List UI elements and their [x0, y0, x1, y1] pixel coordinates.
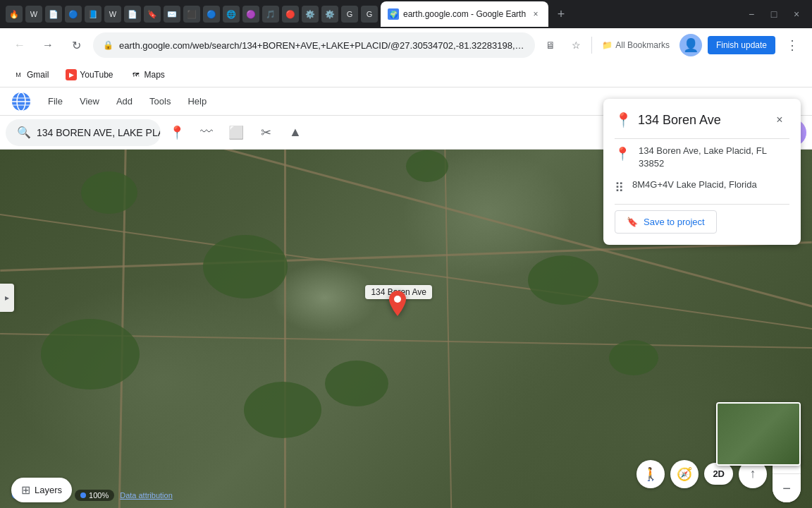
all-bookmarks-label: All Bookmarks	[615, 40, 670, 50]
youtube-label: YouTube	[80, 70, 113, 80]
browser-tab[interactable]: G	[341, 6, 358, 23]
road-vertical-2	[284, 87, 286, 508]
gmail-label: Gmail	[27, 70, 49, 80]
bookmark-youtube[interactable]: ▶ YouTube	[61, 66, 117, 83]
browser-tab[interactable]: G	[361, 6, 378, 23]
browser-tab[interactable]: 🟣	[242, 6, 259, 23]
cast-button[interactable]: 🖥	[541, 35, 560, 55]
browser-tab[interactable]: ⚙️	[321, 6, 338, 23]
browser-tab[interactable]: 🔵	[65, 6, 82, 23]
menu-tools[interactable]: Tools	[141, 90, 179, 112]
info-panel-close-button[interactable]: ×	[770, 110, 789, 130]
layers-label: Layers	[35, 485, 62, 495]
close-window-button[interactable]: ×	[787, 4, 806, 24]
collapse-toolbar-button[interactable]: ▲	[282, 119, 309, 146]
ge-logo	[11, 92, 31, 111]
search-input[interactable]	[37, 127, 160, 138]
left-panel-toggle[interactable]: ▸	[0, 284, 14, 312]
data-attribution-link[interactable]: Data attribution	[120, 491, 173, 500]
vegetation-patch	[325, 361, 388, 406]
pegman-button[interactable]: 🚶	[636, 460, 665, 488]
zoom-out-button[interactable]: −	[773, 474, 801, 502]
bookmark-maps[interactable]: 🗺 Maps	[126, 66, 169, 83]
more-options-button[interactable]: ⋮	[781, 34, 804, 56]
bookmarks-folder-icon: 📁	[602, 40, 613, 50]
save-button-label: Save to project	[644, 217, 705, 227]
tab-close-button[interactable]: ×	[530, 8, 541, 20]
all-bookmarks-button[interactable]: 📁 All Bookmarks	[598, 37, 674, 53]
browser-tab[interactable]: ✉️	[164, 6, 180, 23]
placemark-tool-button[interactable]: 📍	[164, 119, 190, 146]
forward-button[interactable]: →	[37, 34, 59, 56]
info-panel-header: 📍 134 Boren Ave ×	[615, 110, 789, 130]
zoom-dot	[80, 492, 86, 498]
layers-button[interactable]: ⊞ Layers	[11, 478, 72, 502]
browser-tab[interactable]: 🔖	[144, 6, 161, 23]
browser-tab[interactable]: 🔴	[282, 6, 299, 23]
minimize-button[interactable]: −	[742, 4, 761, 24]
search-box[interactable]: 🔍	[6, 119, 161, 146]
address-pin-icon: 📍	[615, 146, 630, 162]
divider	[591, 37, 592, 54]
menu-view[interactable]: View	[71, 90, 108, 112]
browser-tab[interactable]: W	[25, 6, 42, 23]
profile-button[interactable]: 👤	[679, 34, 702, 56]
back-button[interactable]: ←	[8, 34, 31, 56]
info-pluscode-row: ⠿ 8M4G+4V Lake Placid, Florida	[615, 179, 789, 195]
menu-help[interactable]: Help	[179, 90, 215, 112]
mini-map-imagery	[718, 404, 799, 464]
reload-button[interactable]: ↻	[65, 34, 87, 56]
maps-favicon: 🗺	[130, 69, 142, 80]
address-text: earth.google.com/web/search/134+BOREN+AV…	[119, 40, 525, 51]
satellite-map[interactable]: 134 Boren Ave ▸ 📍	[0, 87, 812, 508]
vegetation-patch	[609, 340, 658, 375]
new-tab-button[interactable]: +	[551, 4, 571, 24]
vegetation-patch	[244, 382, 321, 438]
bookmark-star-button[interactable]: ☆	[566, 35, 586, 55]
zoom-percent-value: 100%	[89, 491, 109, 500]
finish-update-button[interactable]: Finish update	[708, 36, 775, 54]
browser-tab[interactable]: ⬛	[183, 6, 200, 23]
address-bar[interactable]: 🔒 earth.google.com/web/search/134+BOREN+…	[93, 32, 535, 58]
vegetation-patch	[203, 235, 288, 298]
browser-tab[interactable]: 🔥	[6, 6, 23, 23]
browser-tab[interactable]: 🔵	[203, 6, 220, 23]
mini-map[interactable]	[716, 402, 801, 466]
maps-label: Maps	[144, 70, 165, 80]
svg-point-5	[394, 296, 401, 303]
browser-tab[interactable]: 🎵	[262, 6, 279, 23]
browser-tab[interactable]: W	[104, 6, 121, 23]
ge-map[interactable]: 134 Boren Ave ▸ 📍	[0, 87, 812, 508]
menu-add[interactable]: Add	[108, 90, 141, 112]
bookmark-gmail[interactable]: M Gmail	[8, 66, 53, 83]
browser-tab[interactable]: 📘	[85, 6, 102, 23]
active-tab-favicon: 🌍	[388, 8, 399, 20]
save-icon: 🔖	[627, 217, 638, 227]
active-browser-tab[interactable]: 🌍 earth.google.com - Google Earth ×	[381, 1, 548, 27]
vegetation-patch	[41, 319, 140, 389]
map-pin[interactable]	[389, 291, 406, 319]
polygon-tool-button[interactable]: ⬜	[223, 119, 250, 146]
info-address-row: 📍 134 Boren Ave, Lake Placid, FL 33852	[615, 145, 789, 170]
ge-logo-icon	[11, 92, 31, 111]
browser-tab[interactable]: ⚙️	[302, 6, 319, 23]
info-location-icon: 📍	[615, 111, 632, 128]
zoom-percentage: 100%	[75, 490, 114, 501]
path-tool-button[interactable]: 〰	[193, 119, 220, 146]
save-to-project-button[interactable]: 🔖 Save to project	[615, 210, 717, 234]
security-icon: 🔒	[103, 40, 113, 50]
maximize-button[interactable]: □	[764, 4, 784, 24]
measure-tool-button[interactable]: ✂	[252, 119, 279, 146]
compass-button[interactable]: 🧭	[670, 460, 699, 488]
2d-toggle-button[interactable]: 2D	[704, 463, 733, 485]
bookmark-bar: M Gmail ▶ YouTube 🗺 Maps	[0, 62, 812, 87]
youtube-favicon: ▶	[66, 69, 77, 80]
browser-tab[interactable]: 📄	[45, 6, 62, 23]
browser-tab[interactable]: 🌐	[223, 6, 240, 23]
info-panel-title: 134 Boren Ave	[638, 113, 721, 128]
browser-tab[interactable]: 📄	[124, 6, 141, 23]
google-earth-app: File View Add Tools Help 🔍 📍 〰 ⬜ ✂ ▲	[0, 87, 812, 508]
menu-file[interactable]: File	[39, 90, 71, 112]
gmail-favicon: M	[13, 69, 24, 80]
info-divider-2	[615, 204, 789, 205]
